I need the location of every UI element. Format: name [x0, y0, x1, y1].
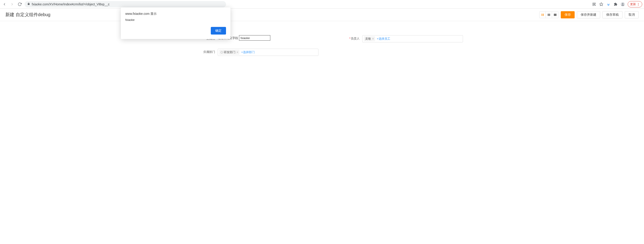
form-row: 归属部门 研发部门 ✕ +选择部门 [157, 49, 487, 56]
svg-point-7 [622, 3, 624, 5]
address-bar[interactable]: fxiaoke.com/XV/Home/Index#crm/list/=/obj… [24, 1, 226, 8]
layout-3col-button[interactable] [546, 12, 552, 18]
svg-rect-1 [594, 3, 596, 4]
menu-icon: ⋮ [637, 3, 640, 6]
svg-rect-4 [595, 5, 596, 6]
lock-icon [27, 3, 30, 6]
alert-title: www.fxiaoke.com 显示 [125, 12, 226, 16]
remove-tag-icon[interactable]: ✕ [372, 37, 374, 40]
save-and-new-button[interactable]: 保存并新建 [577, 11, 600, 18]
cancel-button[interactable]: 取消 [625, 11, 639, 18]
save-button[interactable]: 保存 [561, 11, 575, 18]
layout-2col-button[interactable] [540, 12, 546, 18]
department-input[interactable]: 研发部门 ✕ +选择部门 [218, 49, 318, 56]
add-department-link[interactable]: +选择部门 [240, 50, 255, 54]
svg-rect-0 [593, 3, 594, 4]
alert-dialog: www.fxiaoke.com 显示 fxiaoke 确定 [121, 8, 230, 39]
star-icon[interactable] [599, 2, 604, 7]
extensions-icon[interactable] [613, 2, 618, 7]
svg-marker-5 [600, 3, 603, 6]
download-icon[interactable] [606, 2, 611, 7]
department-label: 归属部门 [198, 49, 218, 54]
layout-4col-button[interactable] [552, 12, 558, 18]
main-attr-input[interactable]: fxiaoke [239, 35, 270, 41]
remove-tag-icon[interactable]: ✕ [236, 51, 238, 54]
url-text: fxiaoke.com/XV/Home/Index#crm/list/=/obj… [32, 3, 110, 6]
owner-label: *负责人 [342, 35, 362, 41]
required-indicator: * [349, 37, 350, 40]
circle-icon [221, 51, 223, 53]
update-button[interactable]: 更新 ⋮ [628, 1, 642, 8]
owner-input[interactable]: 吴敬 ✕ +选择员工 [362, 35, 463, 42]
browser-toolbar: fxiaoke.com/XV/Home/Index#crm/list/=/obj… [0, 0, 644, 9]
owner-tag-label: 吴敬 [365, 37, 371, 41]
page-header: 新建 自定义组件debug 保存 保存并新建 保存草稿 取消 [0, 9, 644, 21]
profile-icon[interactable] [620, 2, 625, 7]
page-title: 新建 自定义组件debug [5, 12, 50, 18]
qr-icon[interactable] [592, 2, 596, 7]
update-label: 更新 [630, 2, 636, 6]
alert-message: fxiaoke [125, 18, 226, 22]
layout-toggle [539, 12, 558, 18]
reload-button[interactable] [17, 2, 22, 7]
svg-rect-3 [594, 5, 595, 5]
owner-tag: 吴敬 ✕ [364, 36, 375, 41]
back-button[interactable] [2, 2, 7, 7]
department-tag: 研发部门 ✕ [219, 50, 240, 55]
alert-confirm-button[interactable]: 确定 [211, 27, 226, 35]
forward-button[interactable] [10, 2, 15, 7]
department-tag-label: 研发部门 [224, 50, 236, 54]
svg-rect-2 [593, 5, 594, 6]
add-employee-link[interactable]: +选择员工 [376, 37, 390, 41]
save-draft-button[interactable]: 保存草稿 [602, 11, 622, 18]
